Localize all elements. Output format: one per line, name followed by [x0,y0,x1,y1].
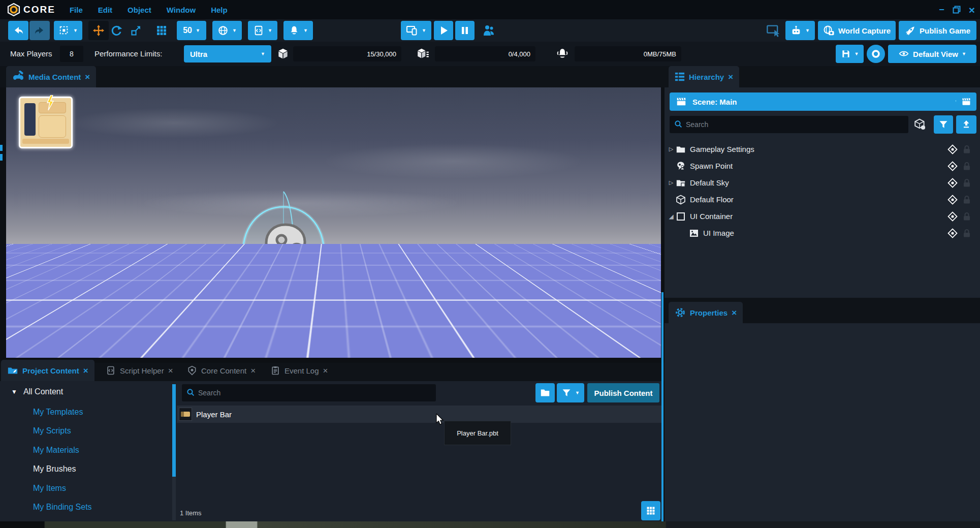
default-view-dropdown[interactable]: Default View ▼ [888,45,976,63]
tree-row-ui-container[interactable]: ◢ UI Container [667,208,978,225]
pause-button[interactable] [455,21,475,40]
tree-row-default-sky[interactable]: ▷ Default Sky [667,174,978,191]
open-folder-button[interactable] [535,383,555,402]
chevron-down-icon: ▼ [962,52,966,56]
chevron-down-icon: ▼ [196,28,200,33]
visibility-eye-icon[interactable] [947,228,958,238]
spawn-point-capsule[interactable] [240,177,327,356]
sidebar-item-my-materials[interactable]: My Materials [33,446,79,455]
memory-usage-icon [556,47,569,60]
sidebar-item-my-brushes[interactable]: My Brushes [33,464,76,474]
tree-item-label: UI Container [690,212,733,221]
screen-share-button[interactable] [766,23,780,40]
max-players-value[interactable]: 8 [60,46,83,62]
grid-size-dropdown[interactable]: 50 ▼ [177,21,206,40]
close-icon[interactable]: × [168,366,173,375]
multiplayer-preview-button[interactable] [482,23,496,40]
undo-button[interactable] [8,21,28,40]
menu-help[interactable]: Help [211,6,228,14]
close-icon[interactable]: × [85,73,90,81]
scene-manager-button[interactable] [956,92,976,111]
tab-hierarchy[interactable]: Hierarchy × [669,66,739,87]
content-search-input[interactable] [182,384,436,401]
script-dropdown[interactable]: ▼ [248,21,277,40]
visibility-eye-icon[interactable] [947,161,958,171]
tree-row-spawn-point[interactable]: Spawn Point [667,158,978,174]
sidebar-item-my-binding-sets[interactable]: My Binding Sets [33,503,92,512]
lock-icon[interactable] [963,229,971,238]
grid-snap-button[interactable] [155,24,168,39]
world-capture-button[interactable]: World Capture [818,21,896,40]
publish-game-button[interactable]: Publish Game [899,21,976,40]
memory-usage-meter: 0MB/75MB [575,46,681,61]
viewport-3d[interactable]: Z Y X [6,87,661,358]
tab-core-content[interactable]: Core Content × [181,360,262,381]
sidebar-item-all-content[interactable]: ▼ All Content [11,387,63,396]
chevron-down-icon: ▼ [575,391,580,395]
scale-tool-button[interactable] [130,24,142,39]
target-button[interactable] [867,45,885,63]
panel-divider[interactable] [661,292,663,521]
scene-selector-dropdown[interactable]: Scene: Main ▼ [670,92,965,111]
tab-script-helper[interactable]: Script Helper × [100,360,179,381]
grid-view-button[interactable] [641,501,660,520]
close-icon[interactable]: × [323,366,328,375]
hierarchy-search-input[interactable] [670,116,908,133]
sidebar-item-my-items[interactable]: My Items [33,484,66,493]
close-button[interactable]: × [969,5,975,15]
preview-device-dropdown[interactable]: ▼ [401,21,431,40]
tab-project-content[interactable]: Project Content × [1,360,94,381]
group-select-cube-icon[interactable] [913,118,927,131]
save-dropdown[interactable]: ▼ [836,45,864,63]
networked-object-count-value: 0/4,000 [509,50,530,58]
redo-button[interactable] [29,21,50,40]
visibility-eye-icon[interactable] [947,178,958,188]
terrain-dropdown[interactable]: ▼ [212,21,242,40]
menu-edit[interactable]: Edit [98,6,112,14]
tab-event-log[interactable]: Event Log × [264,360,334,381]
lock-icon[interactable] [963,195,971,204]
visibility-eye-icon[interactable] [947,211,958,222]
play-button[interactable] [434,21,453,40]
tree-row-default-floor[interactable]: Default Floor [667,191,978,208]
tree-row-gameplay-settings[interactable]: ▷ Gameplay Settings [667,141,978,158]
visibility-eye-icon[interactable] [947,195,958,205]
sidebar-item-my-scripts[interactable]: My Scripts [33,426,71,436]
expander-icon[interactable]: ▷ [667,146,676,152]
hierarchy-export-button[interactable] [956,115,976,134]
lock-icon[interactable] [963,145,971,154]
lock-icon[interactable] [963,212,971,221]
capture-bot-dropdown[interactable]: ▼ [785,21,815,40]
performance-limits-dropdown[interactable]: Ultra ▼ [184,45,271,63]
selection-mode-dropdown[interactable]: ▼ [54,21,82,40]
menu-window[interactable]: Window [167,6,196,14]
menu-file[interactable]: File [70,6,83,14]
restore-button[interactable] [953,6,961,14]
content-item-player-bar[interactable]: Player Bar [177,406,661,423]
rotate-tool-button[interactable] [110,24,123,39]
event-dropdown[interactable]: ▼ [283,21,313,40]
visibility-eye-icon[interactable] [947,144,958,154]
scale-tool-icon [130,24,142,37]
publish-content-button[interactable]: Publish Content [587,383,659,402]
lock-icon[interactable] [963,178,971,188]
tree-row-ui-image[interactable]: UI Image [667,225,978,241]
lock-icon[interactable] [963,162,971,171]
close-icon[interactable]: × [250,366,256,375]
tab-media-content[interactable]: Media Content × [6,66,96,87]
content-filter-dropdown[interactable]: ▼ [557,383,584,402]
move-tool-button[interactable] [88,21,109,40]
close-icon[interactable]: × [728,73,733,81]
hierarchy-filter-button[interactable] [934,115,953,134]
sidebar-scrollbar[interactable] [172,384,176,520]
sidebar-item-my-templates[interactable]: My Templates [33,408,83,417]
expander-icon[interactable]: ▷ [667,179,676,186]
tab-properties[interactable]: Properties × [669,302,743,323]
minimize-button[interactable]: − [939,5,944,15]
expander-icon[interactable]: ◢ [667,213,676,220]
menu-object[interactable]: Object [128,6,151,14]
close-icon[interactable]: × [732,308,737,317]
close-icon[interactable]: × [83,366,88,375]
mouse-cursor [436,414,446,427]
world-capture-icon [823,25,835,37]
